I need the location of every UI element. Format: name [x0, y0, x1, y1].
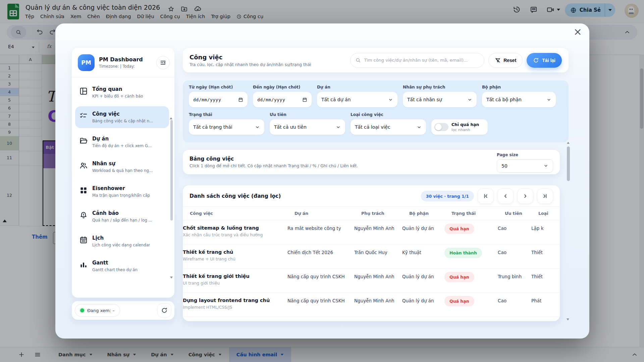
filter-label: Bộ phận [482, 85, 556, 89]
nav-item-label: Dự án [92, 136, 152, 142]
column-header: Bộ phận [409, 211, 451, 216]
task-priority: Cao [498, 225, 531, 231]
task-list-card: Danh sách công việc (đang lọc) 30 việc ·… [183, 185, 560, 321]
column-header: Trạng thái [451, 211, 505, 216]
task-project: Nâng cấp quy trình CSKH [287, 274, 354, 279]
task-row[interactable]: Thiết kế trang chủ Wireframe + UI trang … [183, 244, 560, 268]
filter-off-icon [495, 57, 501, 63]
sidebar-nav-item[interactable]: Công việc Bảng công việc & cập nhật n... [75, 106, 169, 128]
status-badge: Quá hạn [444, 296, 474, 306]
sidebar-scrollbar[interactable] [170, 111, 173, 279]
filter-label: Ưu tiên [270, 112, 345, 117]
nav-item-desc: Tiến độ dự án + click xem G... [92, 143, 152, 148]
to-date-label: Đến ngày (Hạn chót) [253, 85, 312, 89]
overdue-only-switch[interactable] [434, 123, 448, 131]
nav-item-icon [79, 112, 88, 120]
nav-item-label: Cảnh báo [92, 210, 152, 216]
board-card: Bảng công việc Click 1 dòng để mở chi ti… [183, 150, 560, 174]
chevron-down-icon [546, 97, 551, 102]
filters-panel: Từ ngày (Hạn chót) dd/mm/yyyy Đến ngày (… [183, 80, 569, 142]
page-subtitle: Tra cứu, lọc, cập nhật nhanh theo dự án/… [190, 62, 311, 67]
page-size-select[interactable]: 50 [497, 159, 553, 173]
task-desc: Xác nhận cấu trúc trang và điều hướng [183, 233, 287, 237]
task-row[interactable]: Chốt sitemap & luồng trang Xác nhận cấu … [183, 220, 560, 244]
status-badge: Quá hạn [444, 224, 474, 234]
filter-select[interactable]: Tất cả dự án [317, 92, 397, 107]
close-icon[interactable]: × [574, 27, 582, 37]
sidebar-nav-item[interactable]: Tổng quan KPI + biểu đồ + cảnh báo [75, 81, 169, 103]
task-project: Chiến dịch Tết 2026 [287, 249, 354, 255]
sidebar-refresh-button[interactable] [157, 303, 171, 317]
task-department: Kỹ thuật [402, 249, 444, 255]
filter-label: Trạng thái [189, 112, 264, 117]
search-input[interactable] [364, 58, 479, 63]
prev-page-button[interactable] [497, 188, 514, 204]
task-title: Dựng layout frontend trang chủ [183, 298, 287, 303]
task-department: Quản lý dự án [402, 274, 444, 279]
nav-item-desc: Bảng công việc & cập nhật n... [92, 119, 153, 123]
sidebar-nav-item[interactable]: Eisenhower Ma trận quan trọng/khẩn cấp [75, 181, 169, 202]
reload-button[interactable]: Tải lại [527, 53, 562, 68]
task-project: Nâng cấp quy trình CSKH [287, 298, 354, 303]
search-icon [355, 57, 361, 63]
task-search [350, 53, 484, 68]
task-priority: Cao [498, 249, 531, 255]
task-priority: Cao [498, 298, 531, 303]
table-header-row: Công việcDự ánPhụ tráchBộ phậnTrạng thái… [183, 206, 560, 220]
main-header: Công việc Tra cứu, lọc, cập nhật nhanh t… [183, 48, 569, 72]
nav-item-icon [79, 161, 88, 170]
nav-item-desc: Quá hạn / sắp đến hạn / log ... [92, 218, 152, 223]
chevron-down-icon [467, 97, 472, 102]
sidebar-nav-item[interactable]: Nhân sự Workload & quá hạn theo ng... [75, 156, 169, 178]
sidebar-nav-item[interactable]: Dự án Tiến độ dự án + click xem G... [75, 131, 169, 153]
task-title: Chốt sitemap & luồng trang [183, 225, 287, 231]
app-avatar: PM [78, 54, 95, 71]
task-department: Quản lý dự án [402, 298, 444, 303]
task-title: Thiết kế trang chủ [183, 249, 287, 255]
status-badge: Hoàn thành [444, 248, 482, 258]
nav-item-desc: Ma trận quan trọng/khẩn cấp [92, 193, 150, 198]
task-type: Thiết [531, 274, 560, 279]
task-type: Phát [531, 298, 560, 303]
first-page-button[interactable] [478, 188, 494, 204]
filter-label: Loại công việc [351, 112, 426, 117]
main-scrollbar[interactable] [566, 142, 570, 320]
filter-select[interactable]: Tất cả bộ phận [482, 92, 556, 107]
to-date-input[interactable]: dd/mm/yyyy [253, 92, 312, 107]
task-assignee: Nguyễn Minh Anh [354, 225, 402, 231]
nav-item-label: Gantt [92, 260, 138, 266]
nav-item-label: Eisenhower [92, 185, 150, 191]
nav-item-icon [79, 87, 88, 96]
filter-select[interactable]: Tất cả nhân sự [403, 92, 477, 107]
board-title: Bảng công việc [190, 156, 358, 162]
filter-select[interactable]: Tất cả loại việc [351, 119, 426, 135]
filter-label: Nhân sự phụ trách [403, 85, 477, 89]
sidebar-nav: Tổng quan KPI + biểu đồ + cảnh báo Công … [72, 77, 174, 283]
column-header: Phụ trách [361, 211, 409, 216]
sidebar-collapse-button[interactable] [156, 56, 170, 69]
task-assignee: Nguyễn Minh Anh [354, 274, 402, 279]
chevron-down-icon [336, 125, 341, 130]
last-page-button[interactable] [537, 188, 553, 204]
sidebar-nav-item[interactable]: Cảnh báo Quá hạn / sắp đến hạn / log ... [75, 205, 169, 227]
filter-select[interactable]: Tất cả trạng thái [189, 119, 264, 135]
count-badge: 30 việc · trang 1/1 [421, 191, 474, 201]
from-date-input[interactable]: dd/mm/yyyy [189, 92, 248, 107]
column-header: Dự án [294, 211, 361, 216]
sidebar: PM PM Dashboard Timezone: | Today: Tổng … [72, 48, 174, 298]
task-row[interactable]: Thiết kế trang giới thiệu UI trang giới … [183, 268, 560, 293]
reset-button[interactable]: Reset [488, 53, 523, 68]
task-project: Ra mắt website công ty [287, 225, 354, 231]
task-row[interactable]: Dựng layout frontend trang chủ Implement… [183, 293, 560, 317]
next-page-button[interactable] [517, 188, 533, 204]
task-assignee: Trần Quốc Huy [354, 249, 402, 255]
sidebar-nav-item[interactable]: Gantt Gantt chart theo dự án [75, 255, 169, 277]
nav-item-icon [79, 186, 88, 195]
filter-select[interactable]: Tất cả ưu tiên [270, 119, 345, 135]
chevron-down-icon [255, 125, 260, 130]
sidebar-nav-item[interactable]: Lịch Lịch công việc dạng calendar [75, 230, 169, 252]
nav-item-label: Nhân sự [92, 161, 153, 167]
nav-item-label: Tổng quan [92, 86, 143, 92]
nav-item-desc: KPI + biểu đồ + cảnh báo [92, 94, 143, 99]
page-size-label: Page size [497, 153, 553, 157]
